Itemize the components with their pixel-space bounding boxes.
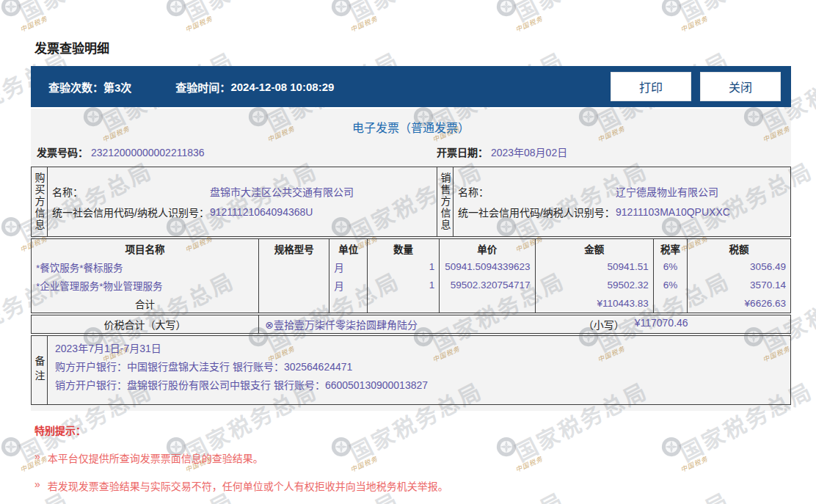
check-count: 查验次数： 第3次 — [48, 79, 131, 95]
notice-item: »本平台仅提供所查询发票票面信息的查验结果。 — [34, 450, 768, 465]
special-notice: 特别提示： »本平台仅提供所查询发票票面信息的查验结果。»若发现发票查验结果与实… — [34, 423, 768, 493]
notice-bullet-icon: » — [34, 478, 40, 493]
cell-unit: 月 — [329, 276, 367, 294]
invoice-number-label: 发票号码： — [37, 147, 88, 158]
seller-taxid-value: 91211103MA10QPUXXC — [616, 206, 790, 218]
remarks-box: 备注 2023年7月1日-7月31日购方开户银行：中国银行盘锦大洼支行 银行账号… — [31, 335, 791, 405]
items-total-row: 合计 ¥110443.83 ¥6626.63 — [32, 294, 790, 313]
col-header-spec: 规格型号 — [258, 239, 329, 258]
remark-line: 销方开户银行：盘锦银行股份有限公司中银支行 银行账号：6600501309000… — [55, 376, 790, 395]
small-figures-label: （小写） — [583, 317, 624, 332]
total-amount: ¥110443.83 — [535, 294, 653, 313]
cell-amount: 59502.32 — [535, 276, 653, 294]
check-time-label: 查验时间： — [175, 79, 230, 95]
cell-qty: 1 — [367, 276, 439, 294]
buyer-side-label: 购买方信息 — [32, 167, 48, 236]
items-rows: *餐饮服务*餐标服务月150941.509433962350941.516%30… — [32, 258, 790, 294]
notice-text: 本平台仅提供所查询发票票面信息的查验结果。 — [48, 450, 263, 465]
buyer-section: 购买方信息 名称： 盘锦市大洼区公共交通有限公司 统一社会信用代码/纳税人识别号… — [32, 167, 437, 236]
col-header-tax: 税额 — [687, 239, 790, 258]
total-tax: ¥6626.63 — [687, 294, 790, 313]
check-time-value: 2024-12-08 10:08:29 — [230, 81, 334, 93]
grand-total-label: 价税合计（大写） — [32, 315, 258, 333]
party-box: 购买方信息 名称： 盘锦市大洼区公共交通有限公司 统一社会信用代码/纳税人识别号… — [31, 167, 791, 237]
buyer-name-label: 名称： — [52, 184, 210, 199]
col-header-item-name: 项目名称 — [32, 239, 258, 258]
invoice-panel: 电子发票（普通发票） 发票号码： 23212000000002211836 开票… — [31, 109, 791, 411]
buyer-taxid-label: 统一社会信用代码/纳税人识别号： — [52, 205, 210, 219]
special-notice-title: 特别提示： — [34, 423, 768, 437]
print-button[interactable]: 打印 — [611, 72, 691, 101]
amount-in-figures: ¥117070.46 — [635, 317, 688, 332]
cell-tax_rate: 6% — [653, 258, 688, 276]
invoice-date-label: 开票日期： — [437, 147, 488, 158]
invoice-type-title: 电子发票（普通发票） — [31, 109, 791, 136]
check-count-value: 第3次 — [103, 79, 131, 95]
col-header-amount: 金额 — [535, 239, 653, 258]
cell-tax_rate: 6% — [653, 276, 688, 294]
invoice-number-value: 23212000000002211836 — [91, 147, 205, 158]
col-header-tax-rate: 税率 — [653, 239, 688, 258]
cell-spec — [258, 258, 329, 276]
invoice-date-value: 2023年08月02日 — [491, 147, 567, 158]
grand-total-row: 价税合计（大写） ⊗壹拾壹万柒仟零柒拾圆肆角陆分 （小写） ¥117070.46 — [31, 315, 791, 334]
col-header-qty: 数量 — [367, 239, 439, 258]
check-count-label: 查验次数： — [48, 79, 103, 95]
remark-line: 购方开户银行：中国银行盘锦大洼支行 银行账号：302564624471 — [55, 358, 790, 376]
notice-item: »若发现发票查验结果与实际交易不符，任何单位或个人有权拒收并向当地税务机关举报。 — [34, 478, 768, 493]
remarks-content: 2023年7月1日-7月31日购方开户银行：中国银行盘锦大洼支行 银行账号：30… — [48, 336, 790, 404]
col-header-unit: 单位 — [329, 239, 367, 258]
cell-price: 59502.320754717 — [439, 276, 534, 294]
seller-side-label: 销售方信息 — [437, 167, 453, 236]
seller-name-value: 辽宁德晟物业有限公司 — [616, 184, 790, 199]
seller-name-label: 名称： — [458, 184, 616, 199]
items-table-header: 项目名称 规格型号 单位 数量 单价 金额 税率 税额 — [32, 239, 790, 258]
col-header-price: 单价 — [439, 239, 534, 258]
close-button[interactable]: 关闭 — [700, 72, 781, 101]
cell-spec — [258, 276, 329, 294]
table-row: *企业管理服务*物业管理服务月159502.32075471759502.326… — [32, 276, 790, 294]
cell-tax: 3570.14 — [687, 276, 790, 294]
total-label: 合计 — [32, 294, 258, 313]
notice-text: 若发现发票查验结果与实际交易不符，任何单位或个人有权拒收并向当地税务机关举报。 — [48, 478, 448, 493]
cell-name: *餐饮服务*餐标服务 — [32, 258, 258, 276]
verification-bar: 查验次数： 第3次 查验时间： 2024-12-08 10:08:29 打印 关… — [31, 66, 791, 107]
notice-bullet-icon: » — [34, 450, 40, 465]
seller-section: 销售方信息 名称： 辽宁德晟物业有限公司 统一社会信用代码/纳税人识别号： 91… — [437, 167, 790, 236]
remarks-side-label: 备注 — [32, 336, 48, 404]
cell-name: *企业管理服务*物业管理服务 — [32, 276, 258, 294]
cell-qty: 1 — [367, 258, 439, 276]
seller-taxid-label: 统一社会信用代码/纳税人识别号： — [458, 205, 616, 219]
cell-amount: 50941.51 — [535, 258, 653, 276]
cell-tax: 3056.49 — [687, 258, 790, 276]
buyer-name-value: 盘锦市大洼区公共交通有限公司 — [210, 184, 437, 199]
cell-unit: 月 — [329, 258, 367, 276]
check-time: 查验时间： 2024-12-08 10:08:29 — [175, 79, 334, 95]
items-table: 项目名称 规格型号 单位 数量 单价 金额 税率 税额 *餐饮服务*餐标服务月1… — [31, 238, 791, 313]
remark-line: 2023年7月1日-7月31日 — [55, 340, 790, 358]
buyer-taxid-value: 91211121064094368U — [210, 206, 437, 218]
notice-items: »本平台仅提供所查询发票票面信息的查验结果。»若发现发票查验结果与实际交易不符，… — [34, 450, 768, 493]
amount-in-words: ⊗壹拾壹万柒仟零柒拾圆肆角陆分 — [259, 317, 418, 332]
cell-price: 50941.5094339623 — [439, 258, 534, 276]
table-row: *餐饮服务*餐标服务月150941.509433962350941.516%30… — [32, 258, 790, 276]
page-title: 发票查验明细 — [34, 38, 109, 56]
